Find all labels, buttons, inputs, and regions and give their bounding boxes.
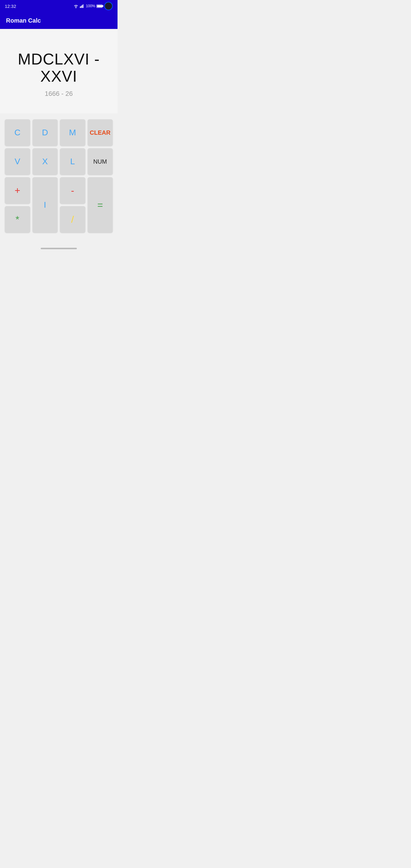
key-minus-button[interactable]: -	[60, 177, 85, 204]
key-v-button[interactable]: V	[5, 148, 30, 175]
svg-rect-2	[82, 5, 83, 8]
key-x-button[interactable]: X	[33, 148, 58, 175]
key-mult-button[interactable]: *	[5, 206, 30, 233]
key-eq-button[interactable]: =	[88, 177, 113, 233]
key-num-button[interactable]: NUM	[88, 148, 113, 175]
display-area: MDCLXVI - XXVI 1666 - 26	[0, 29, 118, 113]
home-indicator	[0, 245, 118, 251]
wifi-icon	[73, 4, 78, 8]
app-bar: Roman Calc	[0, 12, 118, 29]
key-l-button[interactable]: L	[60, 148, 85, 175]
battery-percentage: 100%	[86, 4, 95, 8]
key-I-button[interactable]: I	[33, 177, 58, 233]
svg-rect-0	[80, 7, 81, 8]
key-div-button[interactable]: /	[60, 206, 85, 233]
key-d-button[interactable]: D	[33, 119, 58, 146]
camera-circle	[104, 2, 113, 10]
arabic-expression: 1666 - 26	[45, 90, 73, 98]
key-row-1: C D M CLEAR	[5, 119, 113, 146]
roman-expression: MDCLXVI - XXVI	[6, 51, 112, 85]
key-c-button[interactable]: C	[5, 119, 30, 146]
signal-icon	[80, 4, 85, 8]
svg-rect-3	[83, 4, 84, 8]
status-icons: 100%	[73, 4, 102, 8]
status-bar: 12:32 100%	[0, 0, 118, 12]
app-title: Roman Calc	[6, 17, 41, 24]
key-plus-button[interactable]: +	[5, 177, 30, 204]
keyboard: C D M CLEAR V X L NUM + I - = * /	[0, 113, 118, 245]
key-bottom-rows: + I - = * /	[5, 177, 113, 233]
battery-icon	[96, 4, 102, 8]
status-time: 12:32	[5, 4, 16, 9]
key-clear-button[interactable]: CLEAR	[88, 119, 113, 146]
svg-rect-1	[81, 6, 81, 8]
status-right: 100%	[73, 2, 113, 10]
key-m-button[interactable]: M	[60, 119, 85, 146]
key-row-2: V X L NUM	[5, 148, 113, 175]
home-bar	[41, 248, 77, 249]
